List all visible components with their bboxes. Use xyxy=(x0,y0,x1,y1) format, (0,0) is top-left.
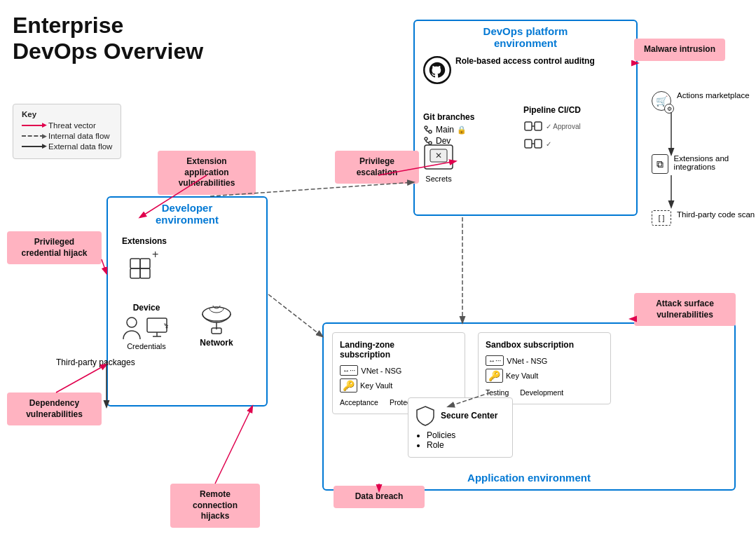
lock-icon: 🔒 xyxy=(457,125,467,135)
developer-env-label: Developerenvironment xyxy=(108,202,266,226)
application-env-label: Application environment xyxy=(324,472,734,484)
extensions-integrations: ⧉ Extensions and integrations xyxy=(652,154,756,174)
actions-icon: 🛒 ⚙ xyxy=(652,91,671,111)
devops-environment-box: DevOps platformenvironment Role-based ac… xyxy=(413,20,638,216)
threat-data-breach: Data breach xyxy=(334,486,425,508)
actions-label: Actions marketplace xyxy=(677,91,750,100)
secure-center-role: Role xyxy=(427,440,505,450)
threat-extension-app-vuln: Extension application vulnerabilities xyxy=(158,151,256,195)
key-internal-label: Internal data flow xyxy=(48,132,110,140)
sandbox-title: Sandbox subscription xyxy=(486,340,603,350)
device-icons xyxy=(122,315,171,341)
threat-privileged-credential: Privileged credential hijack xyxy=(7,231,102,264)
landing-keyvault: 🔑 Key Vault xyxy=(340,378,458,393)
svg-rect-11 xyxy=(535,122,542,130)
actions-marketplace: 🛒 ⚙ Actions marketplace xyxy=(652,91,750,111)
svg-text:+: + xyxy=(152,249,158,260)
secure-center-header: Secure Center xyxy=(415,405,505,426)
key-threat-item: ▶ Threat vector xyxy=(22,121,112,130)
secure-center-box: Secure Center Policies Role xyxy=(408,397,513,458)
third-party-packages: Third-party packages xyxy=(56,357,135,367)
svg-line-4 xyxy=(426,130,429,132)
pipeline-icons-2: ✓ xyxy=(523,137,551,151)
svg-rect-24 xyxy=(147,318,167,332)
svg-point-2 xyxy=(429,130,432,133)
pipeline-icons: ✓ Approval xyxy=(523,119,581,133)
landing-vnet: ↔··· VNet - NSG xyxy=(340,365,458,376)
threat-privilege-escalation: Privilege escalation xyxy=(335,151,419,184)
svg-rect-21 xyxy=(140,268,150,278)
sandbox-vnet: ↔··· VNet - NSG xyxy=(486,355,603,366)
git-branches: Git branches Main 🔒 Dev xyxy=(423,112,474,147)
sandbox-tags: Testing Development xyxy=(486,388,603,397)
third-party-scan-label: Third-party code scan xyxy=(677,210,755,219)
threat-malware-intrusion: Malware intrusion xyxy=(634,39,725,61)
svg-point-28 xyxy=(202,307,231,321)
key-internal-item: ▶ Internal data flow xyxy=(22,132,112,140)
svg-line-40 xyxy=(268,294,322,336)
github-icon xyxy=(423,56,451,87)
ext-int-icon: ⧉ xyxy=(652,154,668,174)
secrets-label: Secrets xyxy=(423,175,454,183)
landing-zone-title: Landing-zonesubscription xyxy=(340,340,458,360)
device-section: Device Credentials xyxy=(122,303,171,350)
developer-environment-box: Developerenvironment Extensions + Device xyxy=(106,196,268,407)
svg-line-31 xyxy=(102,259,106,273)
branch-main: Main 🔒 xyxy=(423,125,474,135)
svg-rect-9 xyxy=(525,122,532,130)
key-threat-label: Threat vector xyxy=(48,121,96,130)
extensions-section: Extensions + xyxy=(122,236,167,282)
key-title: Key xyxy=(22,110,112,118)
title-area: Enterprise DevOps Overview xyxy=(13,13,203,64)
secure-center-list: Policies Role xyxy=(415,430,505,450)
svg-line-8 xyxy=(426,142,429,143)
svg-rect-20 xyxy=(130,268,140,278)
svg-point-1 xyxy=(425,126,427,129)
device-label: Device xyxy=(122,303,171,313)
threat-remote-connection: Remote connection hijacks xyxy=(170,484,260,528)
git-label: Git branches xyxy=(423,112,474,122)
page-title: Enterprise DevOps Overview xyxy=(13,13,203,64)
network-label: Network xyxy=(199,338,234,348)
rbac-label: Role-based access control auditng xyxy=(455,56,595,67)
svg-line-35 xyxy=(56,364,106,393)
pipeline-label: Pipeline CI/CD xyxy=(523,105,581,115)
application-environment-box: Application environment Landing-zonesubs… xyxy=(322,322,736,491)
svg-rect-12 xyxy=(525,139,532,148)
threat-attack-surface: Attack surface vulnerabilities xyxy=(634,293,736,326)
key-external-label: External data flow xyxy=(48,142,112,151)
key-external-item: ▶ External data flow xyxy=(22,142,112,151)
extensions-integrations-label: Extensions and integrations xyxy=(674,154,756,171)
svg-point-23 xyxy=(127,318,137,327)
svg-rect-14 xyxy=(535,139,542,148)
devops-env-label: DevOps platformenvironment xyxy=(415,25,636,49)
svg-point-5 xyxy=(425,137,427,140)
network-section: Network xyxy=(199,303,234,348)
svg-point-27 xyxy=(166,327,168,329)
svg-line-36 xyxy=(215,407,252,484)
svg-point-0 xyxy=(424,57,451,83)
svg-rect-19 xyxy=(140,259,150,268)
scan-icon: [ ] xyxy=(652,210,671,226)
threat-dependency-vuln: Dependency vulnerabilities xyxy=(7,393,102,425)
svg-text:✕: ✕ xyxy=(435,151,442,161)
extensions-label: Extensions xyxy=(122,236,167,246)
sandbox-keyvault: 🔑 Key Vault xyxy=(486,369,603,383)
secure-center-policies: Policies xyxy=(427,430,505,440)
secrets-box: ✕ Secrets xyxy=(423,144,454,183)
third-party-scan: [ ] Third-party code scan xyxy=(652,210,755,226)
key-box: Key ▶ Threat vector ▶ Internal data flow… xyxy=(13,104,121,159)
diagram-container: Enterprise DevOps Overview Key ▶ Threat … xyxy=(0,0,756,546)
secure-center-title: Secure Center xyxy=(441,411,497,421)
credentials-label: Credentials xyxy=(122,342,171,350)
svg-rect-18 xyxy=(130,259,140,268)
sandbox-box: Sandbox subscription ↔··· VNet - NSG 🔑 K… xyxy=(478,332,611,404)
